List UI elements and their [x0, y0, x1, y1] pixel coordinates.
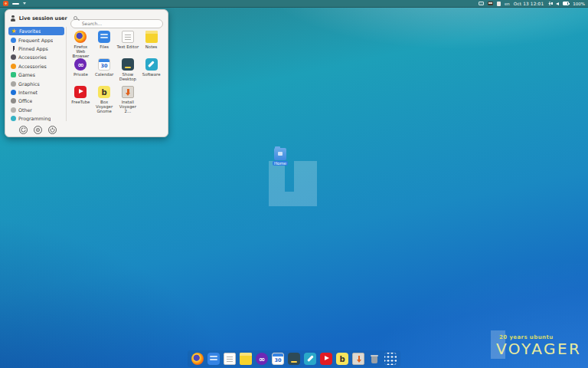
- app-label: Notes: [145, 44, 158, 49]
- settings-button[interactable]: [34, 126, 42, 134]
- star-icon: ★: [11, 28, 17, 34]
- home-icon-label: Home: [273, 161, 288, 166]
- app-freetube[interactable]: FreeTube: [69, 84, 93, 111]
- app-label: Files: [100, 44, 109, 49]
- pin-icon: [11, 46, 16, 51]
- battery-icon[interactable]: [563, 2, 569, 5]
- logout-button[interactable]: [19, 126, 28, 134]
- window-buttons-dash[interactable]: [12, 3, 19, 5]
- private-icon: ∞: [74, 58, 87, 71]
- menu-category-programming[interactable]: Programming: [8, 114, 64, 121]
- user-name: Live session user: [19, 15, 67, 21]
- search-icon: [74, 16, 77, 20]
- category-label: Other: [18, 107, 32, 113]
- app-show-desktop[interactable]: Show Desktop: [116, 56, 140, 84]
- app-label: Install Voyager 2...: [116, 100, 140, 114]
- app-box-voyager-gnome[interactable]: bBox Voyager Gnome: [93, 84, 116, 111]
- mail-tray-icon[interactable]: [488, 2, 493, 5]
- app-text-editor[interactable]: Text Editor: [116, 28, 140, 56]
- dock-files[interactable]: [207, 352, 220, 366]
- dock-calendar[interactable]: 30: [271, 352, 285, 366]
- dock-install-voyager[interactable]: [351, 352, 365, 366]
- app-notes[interactable]: Notes: [139, 28, 163, 56]
- menu-category-internet[interactable]: Internet: [8, 88, 64, 97]
- category-label: Pinned Apps: [18, 46, 48, 51]
- notes-icon: [145, 31, 158, 43]
- category-icon: [11, 64, 16, 69]
- firefox-icon: [191, 353, 204, 365]
- dock-freetube[interactable]: [319, 352, 333, 366]
- keyboard-tray-icon[interactable]: [479, 2, 484, 5]
- files-icon: [207, 353, 220, 365]
- menu-category-pinned-apps[interactable]: Pinned Apps: [8, 44, 64, 53]
- notes-icon: [240, 353, 252, 365]
- app-firefox-web-browser[interactable]: Firefox Web Browser: [69, 28, 93, 56]
- category-label: Graphics: [18, 81, 40, 87]
- category-icon: [11, 38, 16, 43]
- app-label: FreeTube: [71, 100, 90, 104]
- dock-text-editor[interactable]: [223, 352, 237, 366]
- category-label: Office: [18, 98, 32, 104]
- menu-category-frequent-apps[interactable]: Frequent Apps: [8, 35, 64, 44]
- search-input[interactable]: [70, 19, 163, 28]
- box-voyager-icon: b: [98, 86, 110, 98]
- category-icon: [11, 107, 16, 113]
- show-desktop-icon: [288, 353, 300, 365]
- app-calendar[interactable]: 30Calendar: [93, 56, 116, 84]
- app-label: Show Desktop: [116, 72, 140, 81]
- dock-app-grid[interactable]: [384, 352, 397, 366]
- menu-category-other[interactable]: Other: [8, 106, 64, 114]
- battery-percent: 100%: [573, 2, 585, 6]
- freetube-icon: [320, 353, 332, 365]
- menu-category-graphics[interactable]: Graphics: [8, 79, 64, 87]
- dock-notes[interactable]: [239, 352, 253, 366]
- menu-category-favorites[interactable]: ★Favorites: [8, 27, 64, 35]
- menu-category-games[interactable]: Games: [8, 71, 64, 79]
- app-label: Private: [74, 72, 88, 77]
- app-label: Text Editor: [117, 44, 139, 49]
- dock-box-voyager[interactable]: b: [335, 352, 349, 366]
- dock-trash[interactable]: [368, 352, 381, 366]
- app-label: Calendar: [95, 72, 113, 77]
- clipboard-tray-icon[interactable]: [497, 2, 501, 6]
- category-label: Frequent Apps: [18, 38, 53, 43]
- text-editor-icon: [122, 31, 134, 43]
- app-grid-icon: [384, 353, 397, 365]
- clock[interactable]: Oct 13 12:01: [514, 2, 544, 6]
- menu-category-accessories-3[interactable]: Accessories: [8, 53, 64, 61]
- power-button[interactable]: [48, 126, 57, 134]
- volume-icon[interactable]: [556, 2, 559, 5]
- dock-software[interactable]: [303, 352, 317, 366]
- wallpaper-u-motif: [269, 161, 317, 206]
- software-icon: [304, 353, 316, 365]
- app-private[interactable]: ∞Private: [69, 56, 93, 84]
- menu-category-accessories-4[interactable]: Accessories: [8, 62, 64, 71]
- menu-footer: [5, 121, 168, 136]
- category-label: Programming: [18, 116, 51, 121]
- keyboard-layout-indicator[interactable]: en: [505, 2, 510, 6]
- category-list: ★FavoritesFrequent AppsPinned AppsAccess…: [8, 27, 67, 121]
- dock-show-desktop[interactable]: [287, 352, 301, 366]
- chevron-down-icon[interactable]: [23, 2, 26, 5]
- calendar-icon: 30: [98, 58, 110, 71]
- desktop-icon-home[interactable]: Home: [271, 148, 289, 166]
- files-icon: [98, 31, 110, 43]
- category-label: Games: [18, 72, 35, 77]
- trash-icon: [368, 353, 381, 365]
- dock: ∞30b: [188, 350, 400, 367]
- distro-menu-icon[interactable]: [3, 1, 8, 6]
- firefox-icon: [74, 31, 87, 43]
- category-icon: [11, 81, 16, 87]
- app-install-voyager-2[interactable]: Install Voyager 2...: [116, 84, 140, 111]
- dock-firefox[interactable]: [191, 352, 204, 366]
- menu-category-office[interactable]: Office: [8, 97, 64, 105]
- category-icon: [11, 116, 16, 121]
- show-desktop-icon: [122, 58, 134, 71]
- app-files[interactable]: Files: [93, 28, 116, 56]
- app-label: Box Voyager Gnome: [93, 100, 116, 114]
- app-software[interactable]: Software: [139, 56, 163, 84]
- category-label: Internet: [18, 90, 38, 95]
- dock-private[interactable]: ∞: [255, 352, 269, 366]
- software-icon: [145, 58, 158, 71]
- category-label: Favorites: [19, 28, 41, 34]
